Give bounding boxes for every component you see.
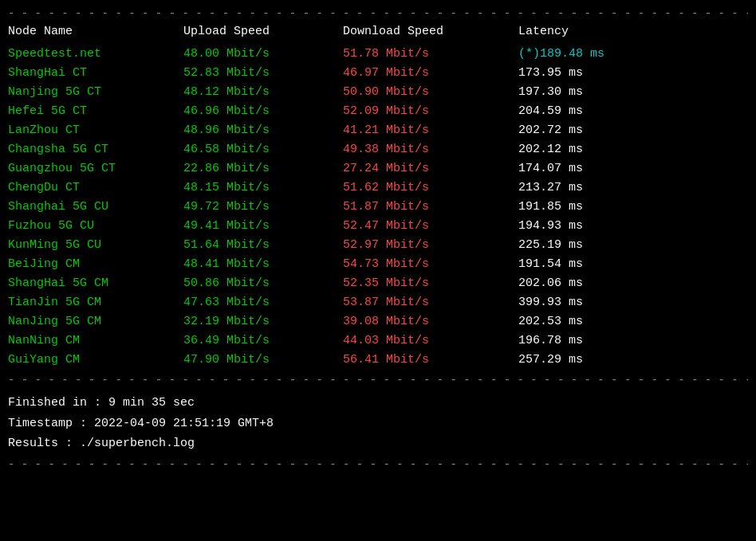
header-download: Download Speed [343,22,518,41]
cell-upload: 46.58 Mbit/s [183,140,343,159]
cell-download: 39.08 Mbit/s [343,312,518,331]
cell-latency: 225.19 ms [518,236,678,255]
cell-download: 52.97 Mbit/s [343,236,518,255]
cell-node: Hefei 5G CT [8,102,183,121]
cell-download: 52.09 Mbit/s [343,102,518,121]
table-row: Changsha 5G CT46.58 Mbit/s49.38 Mbit/s20… [8,140,748,159]
timestamp-value: : 2022-04-09 21:51:19 GMT+8 [80,417,274,430]
finished-label: Finished in [8,396,87,410]
top-border: - - - - - - - - - - - - - - - - - - - - … [8,6,748,22]
cell-upload: 47.63 Mbit/s [183,293,343,312]
footer-finished: Finished in : 9 min 35 sec [8,393,748,414]
cell-download: 51.87 Mbit/s [343,198,518,217]
cell-node: Nanjing 5G CT [8,83,183,102]
cell-node: Speedtest.net [8,45,183,64]
cell-upload: 46.96 Mbit/s [183,102,343,121]
table-row: Hefei 5G CT46.96 Mbit/s52.09 Mbit/s204.5… [8,102,748,121]
cell-download: 44.03 Mbit/s [343,331,518,351]
cell-latency: 173.95 ms [518,64,678,83]
table-row: Guangzhou 5G CT22.86 Mbit/s27.24 Mbit/s1… [8,159,748,178]
cell-upload: 32.19 Mbit/s [183,312,343,331]
table-row: Fuzhou 5G CU49.41 Mbit/s52.47 Mbit/s194.… [8,217,748,236]
cell-latency: 202.12 ms [518,140,678,159]
cell-upload: 51.64 Mbit/s [183,236,343,255]
cell-download: 27.24 Mbit/s [343,159,518,178]
cell-node: Guangzhou 5G CT [8,159,183,178]
cell-latency: 202.53 ms [518,312,678,331]
cell-latency: 191.54 ms [518,255,678,274]
cell-upload: 36.49 Mbit/s [183,331,343,351]
cell-node: GuiYang CM [8,351,183,370]
cell-latency: 194.93 ms [518,217,678,236]
table-row: LanZhou CT48.96 Mbit/s41.21 Mbit/s202.72… [8,121,748,140]
table-row: ShangHai 5G CM50.86 Mbit/s52.35 Mbit/s20… [8,274,748,293]
cell-node: Shanghai 5G CU [8,198,183,217]
cell-latency: 196.78 ms [518,331,678,351]
cell-upload: 22.86 Mbit/s [183,159,343,178]
cell-node: NanNing CM [8,331,183,351]
cell-latency: 257.29 ms [518,351,678,370]
cell-download: 50.90 Mbit/s [343,83,518,102]
table-row: TianJin 5G CM47.63 Mbit/s53.87 Mbit/s399… [8,293,748,312]
cell-node: TianJin 5G CM [8,293,183,312]
cell-upload: 48.15 Mbit/s [183,178,343,198]
cell-upload: 48.41 Mbit/s [183,255,343,274]
table-header: Node Name Upload Speed Download Speed La… [8,22,748,41]
cell-latency: (*)189.48 ms [518,45,678,64]
cell-upload: 49.72 Mbit/s [183,198,343,217]
header-latency: Latency [518,22,678,41]
table-row: Shanghai 5G CU49.72 Mbit/s51.87 Mbit/s19… [8,198,748,217]
cell-node: ShangHai CT [8,64,183,83]
mid-border: - - - - - - - - - - - - - - - - - - - - … [8,373,748,389]
results-value: : ./superbench.log [65,437,195,450]
results-label: Results [8,437,65,450]
cell-latency: 191.85 ms [518,198,678,217]
cell-node: BeiJing CM [8,255,183,274]
cell-download: 51.62 Mbit/s [343,178,518,198]
cell-node: Changsha 5G CT [8,140,183,159]
terminal: - - - - - - - - - - - - - - - - - - - - … [0,0,756,541]
cell-download: 52.35 Mbit/s [343,274,518,293]
data-table: Speedtest.net48.00 Mbit/s51.78 Mbit/s(*)… [8,41,748,373]
cell-node: ShangHai 5G CM [8,274,183,293]
header-node: Node Name [8,22,183,41]
cell-download: 51.78 Mbit/s [343,45,518,64]
cell-latency: 197.30 ms [518,83,678,102]
table-row: GuiYang CM47.90 Mbit/s56.41 Mbit/s257.29… [8,351,748,370]
cell-node: KunMing 5G CU [8,236,183,255]
cell-node: NanJing 5G CM [8,312,183,331]
cell-node: ChengDu CT [8,178,183,198]
cell-upload: 52.83 Mbit/s [183,64,343,83]
cell-node: LanZhou CT [8,121,183,140]
cell-download: 41.21 Mbit/s [343,121,518,140]
cell-upload: 48.00 Mbit/s [183,45,343,64]
finished-value: : 9 min 35 sec [94,396,195,410]
cell-upload: 49.41 Mbit/s [183,217,343,236]
timestamp-label: Timestamp [8,417,80,430]
cell-latency: 174.07 ms [518,159,678,178]
cell-upload: 50.86 Mbit/s [183,274,343,293]
cell-upload: 47.90 Mbit/s [183,351,343,370]
cell-download: 52.47 Mbit/s [343,217,518,236]
table-row: NanNing CM36.49 Mbit/s44.03 Mbit/s196.78… [8,331,748,351]
footer-results: Results : ./superbench.log [8,433,748,454]
cell-latency: 213.27 ms [518,178,678,198]
table-row: BeiJing CM48.41 Mbit/s54.73 Mbit/s191.54… [8,255,748,274]
footer-timestamp: Timestamp : 2022-04-09 21:51:19 GMT+8 [8,414,748,434]
table-row: ShangHai CT52.83 Mbit/s46.97 Mbit/s173.9… [8,64,748,83]
cell-upload: 48.12 Mbit/s [183,83,343,102]
cell-download: 56.41 Mbit/s [343,351,518,370]
cell-node: Fuzhou 5G CU [8,217,183,236]
table-row: Nanjing 5G CT48.12 Mbit/s50.90 Mbit/s197… [8,83,748,102]
table-row: Speedtest.net48.00 Mbit/s51.78 Mbit/s(*)… [8,45,748,64]
cell-download: 46.97 Mbit/s [343,64,518,83]
cell-latency: 202.72 ms [518,121,678,140]
cell-download: 53.87 Mbit/s [343,293,518,312]
bottom-border: - - - - - - - - - - - - - - - - - - - - … [8,457,748,473]
table-row: KunMing 5G CU51.64 Mbit/s52.97 Mbit/s225… [8,236,748,255]
cell-latency: 399.93 ms [518,293,678,312]
header-upload: Upload Speed [183,22,343,41]
cell-download: 49.38 Mbit/s [343,140,518,159]
cell-latency: 204.59 ms [518,102,678,121]
cell-download: 54.73 Mbit/s [343,255,518,274]
